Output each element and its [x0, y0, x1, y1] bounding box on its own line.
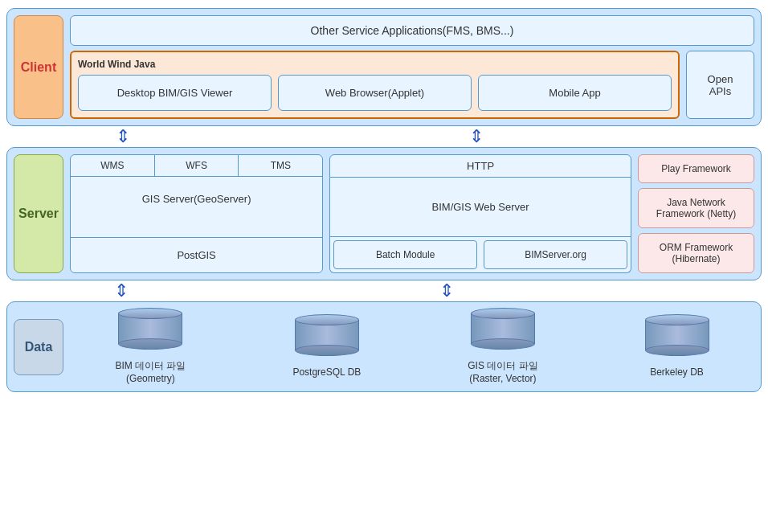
postgresql-cylinder: [295, 315, 359, 355]
arrow-right-data: ⇕: [439, 282, 454, 300]
arrow-left-data: ⇕: [114, 282, 129, 300]
other-service-bar: Other Service Applications(FMS, BMS...): [70, 15, 754, 46]
bim-web-server-column: HTTP BIM/GIS Web Server Batch Module BIM…: [329, 154, 631, 273]
server-section: Server WMS WFS TMS GIS Server(GeoSer: [6, 147, 762, 280]
server-label: Server: [14, 154, 63, 273]
arrows-server-data: ⇕ ⇕: [6, 280, 762, 301]
gis-data-label: GIS 데이터 파일(Raster, Vector): [468, 360, 537, 385]
postgresql-db: PostgreSQL DB: [292, 315, 361, 379]
mobile-app: Mobile App: [478, 75, 672, 111]
netty-framework-box: Java Network Framework (Netty): [638, 188, 754, 228]
world-wind-section: World Wind Java Desktop BIM/GIS Viewer W…: [70, 51, 680, 119]
web-browser-applet: Web Browser(Applet): [278, 75, 472, 111]
berkeley-cylinder: [645, 315, 709, 355]
wfs-box: WFS: [155, 155, 239, 176]
bim-web-server-title: BIM/GIS Web Server: [330, 178, 631, 237]
postgresql-label: PostgreSQL DB: [292, 366, 361, 379]
bim-data-label: BIM 데이터 파일(Geometry): [115, 360, 186, 385]
gis-data-file: GIS 데이터 파일(Raster, Vector): [468, 309, 537, 385]
world-wind-apps: Desktop BIM/GIS Viewer Web Browser(Apple…: [78, 75, 672, 111]
batch-bim-row: Batch Module BIMServer.org: [330, 237, 631, 272]
client-inner: Other Service Applications(FMS, BMS...) …: [70, 15, 754, 119]
data-items: BIM 데이터 파일(Geometry) PostgreSQL DB: [70, 309, 754, 385]
bim-cylinder: [118, 309, 182, 349]
open-apis-box: Open APIs: [686, 51, 754, 119]
frameworks-column: Play Framework Java Network Framework (N…: [638, 154, 754, 273]
bim-web-server-area: BIM/GIS Web Server Batch Module BIMServe…: [329, 178, 631, 273]
http-box: HTTP: [329, 154, 631, 178]
wms-box: WMS: [71, 155, 155, 176]
play-framework-box: Play Framework: [638, 154, 754, 183]
berkeley-db: Berkeley DB: [645, 315, 709, 379]
gis-server-column: WMS WFS TMS GIS Server(GeoServer) PostGI…: [70, 154, 323, 273]
berkeley-label: Berkeley DB: [650, 366, 704, 379]
bim-data-file: BIM 데이터 파일(Geometry): [115, 309, 186, 385]
server-inner: WMS WFS TMS GIS Server(GeoServer) PostGI…: [70, 154, 754, 273]
arrows-client-server: ⇕ ⇕: [6, 126, 762, 147]
world-wind-label: World Wind Java: [78, 59, 672, 70]
arrow-right: ⇕: [469, 128, 484, 145]
batch-module-box: Batch Module: [333, 240, 477, 269]
bimserver-box: BIMServer.org: [484, 240, 627, 269]
arrow-left: ⇕: [116, 128, 130, 145]
desktop-bim-gis-viewer: Desktop BIM/GIS Viewer: [78, 75, 272, 111]
gis-cylinder: [471, 309, 535, 349]
tms-box: TMS: [239, 155, 322, 176]
client-label: Client: [14, 15, 63, 119]
protocol-row: WMS WFS TMS: [71, 155, 322, 177]
gis-server-box: GIS Server(GeoServer): [71, 177, 322, 238]
postgis-box: PostGIS: [71, 238, 322, 272]
data-section: Data BIM 데이터 파일(Geometry): [6, 301, 762, 392]
orm-framework-box: ORM Framework (Hibernate): [638, 233, 754, 273]
data-label: Data: [14, 319, 63, 375]
client-section: Client Other Service Applications(FMS, B…: [6, 8, 762, 126]
